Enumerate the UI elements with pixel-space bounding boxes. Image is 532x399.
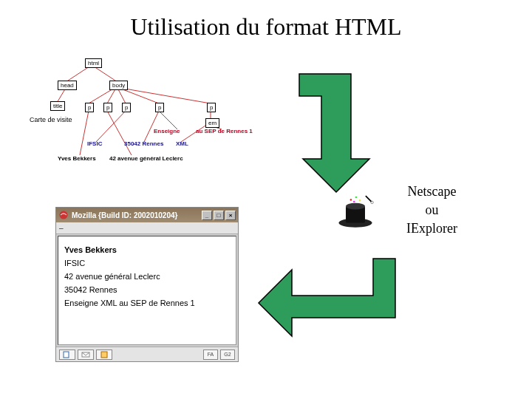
browser-list: Netscape ou IExplorer	[406, 181, 457, 239]
tree-caption: Carte de visite	[30, 116, 72, 123]
svg-point-24	[353, 201, 355, 203]
svg-line-6	[119, 88, 159, 103]
svg-point-18	[346, 203, 365, 210]
node-title: title	[50, 101, 65, 111]
leaf-xml: XML	[176, 140, 188, 147]
leaf-name: Yves Bekkers	[58, 155, 96, 162]
leaf-addr: 42 avenue général Leclerc	[109, 155, 183, 162]
node-p5: p	[207, 103, 216, 112]
node-p3: p	[122, 103, 131, 112]
content-line-1: Yves Bekkers	[64, 245, 230, 254]
svg-point-22	[355, 197, 358, 199]
svg-rect-26	[64, 352, 69, 358]
svg-point-23	[359, 200, 361, 202]
content-line-3: 42 avenue général Leclerc	[64, 272, 230, 281]
svg-line-9	[80, 111, 89, 155]
close-button[interactable]: ×	[225, 211, 236, 220]
status-btn-1[interactable]	[59, 349, 75, 360]
svg-line-10	[107, 111, 132, 155]
node-em: em	[205, 118, 219, 128]
label-iexplorer: IExplorer	[406, 221, 457, 236]
svg-line-7	[120, 88, 211, 103]
arrow-down	[296, 70, 384, 199]
window-statusbar: FA G2	[56, 347, 238, 361]
svg-line-2	[57, 88, 66, 103]
minimize-button[interactable]: _	[202, 211, 212, 220]
maximize-button[interactable]: □	[214, 211, 224, 220]
node-head: head	[58, 81, 77, 90]
node-html: html	[85, 58, 102, 68]
content-line-2: IFSIC	[64, 259, 230, 267]
svg-point-20	[371, 201, 373, 203]
window-titlebar[interactable]: Mozilla {Build ID: 2002010204} _ □ ×	[56, 208, 238, 222]
svg-point-21	[350, 199, 352, 201]
doc-icon	[63, 351, 72, 358]
svg-line-11	[96, 111, 126, 142]
leaf-rennes: 35042 Rennes	[124, 140, 163, 147]
node-p2: p	[103, 103, 112, 112]
leaf-enseigne: Enseigne	[154, 128, 180, 134]
mail-icon	[81, 351, 90, 358]
label-ou: ou	[406, 202, 457, 218]
mozilla-icon	[58, 210, 69, 220]
leaf-sep: au SEP de Rennes 1	[196, 128, 253, 134]
window-title-text: Mozilla {Build ID: 2002010204}	[72, 211, 177, 219]
magic-hat-icon	[336, 192, 375, 231]
status-fa[interactable]: FA	[203, 349, 218, 360]
svg-line-13	[159, 111, 177, 129]
node-p4: p	[155, 103, 164, 112]
content-line-4: 35042 Rennes	[64, 285, 230, 294]
slide-title: Utilisation du format HTML	[0, 0, 532, 41]
node-body: body	[109, 81, 128, 90]
menu-item[interactable]: –	[59, 224, 64, 232]
status-g2[interactable]: G2	[220, 349, 235, 360]
content-line-5: Enseigne XML au SEP de Rennes 1	[64, 299, 230, 307]
window-content: Yves Bekkers IFSIC 42 avenue général Lec…	[58, 236, 236, 345]
book-icon	[100, 351, 109, 358]
html-tree-diagram: html head body title p p p p p em Carte …	[44, 55, 273, 166]
node-p1: p	[85, 103, 94, 112]
leaf-ifsic: IFSIC	[87, 140, 102, 147]
status-btn-3[interactable]	[96, 349, 112, 360]
svg-rect-28	[101, 352, 107, 358]
window-menubar[interactable]: –	[56, 222, 238, 234]
svg-line-5	[117, 88, 126, 103]
svg-line-12	[144, 111, 159, 142]
arrow-left	[255, 255, 403, 347]
status-btn-2[interactable]	[78, 349, 94, 360]
label-netscape: Netscape	[406, 184, 457, 200]
svg-line-3	[89, 88, 115, 103]
svg-line-4	[107, 88, 116, 103]
browser-window: Mozilla {Build ID: 2002010204} _ □ × – Y…	[55, 207, 239, 362]
